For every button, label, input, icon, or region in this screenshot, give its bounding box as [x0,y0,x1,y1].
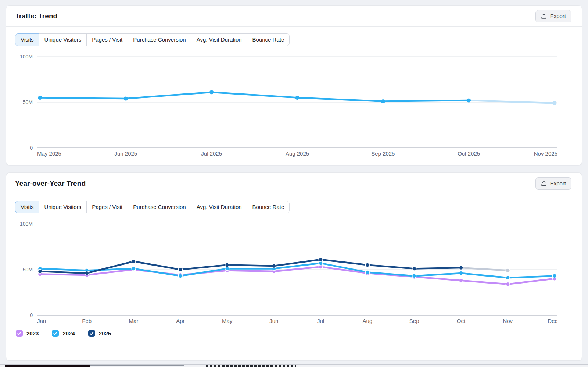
clipped-text [206,365,296,367]
legend-label: 2023 [26,330,39,336]
x-axis-label: Nov 2025 [534,150,557,157]
check-icon [17,331,22,336]
traffic-trend-body: VisitsUnique VisitorsPages / VisitPurcha… [6,27,582,158]
x-axis-label: Jul 2025 [201,150,222,157]
card-title: Traffic Trend [15,12,57,20]
data-point[interactable] [506,268,510,272]
export-button[interactable]: Export [535,10,571,22]
legend-label: 2025 [99,330,111,336]
data-point[interactable] [132,259,136,263]
export-button[interactable]: Export [535,177,571,190]
check-icon [53,331,58,336]
data-point[interactable] [553,274,557,278]
y-axis-tick: 100M [20,221,33,227]
x-axis-label: Feb [82,318,92,324]
tab-unique-visitors[interactable]: Unique Visitors [39,33,87,46]
check-icon [89,331,94,336]
data-point[interactable] [412,267,416,271]
tab-avg-visit-duration[interactable]: Avg. Visit Duration [191,201,247,213]
clipped-next-section [0,364,588,367]
data-point[interactable] [412,274,416,278]
metric-tabs: VisitsUnique VisitorsPages / VisitPurcha… [15,201,290,213]
x-axis-label: Sep 2025 [371,150,395,157]
traffic-trend-card: Traffic Trend Export VisitsUnique Visito… [6,5,582,165]
tab-purchase-conversion[interactable]: Purchase Conversion [128,201,191,213]
year-over-year-header: Year-over-Year Trend Export [6,173,582,194]
data-point[interactable] [506,282,510,286]
x-axis-label: May 2025 [37,150,61,157]
tab-unique-visitors[interactable]: Unique Visitors [39,201,87,213]
y-axis-tick: 50M [23,267,33,272]
checkbox-2025[interactable] [88,330,95,337]
data-point[interactable] [178,274,182,278]
upload-icon [541,13,547,19]
tab-avg-visit-duration[interactable]: Avg. Visit Duration [191,33,247,46]
data-point[interactable] [553,101,557,105]
traffic-trend-header: Traffic Trend Export [6,6,582,27]
data-point[interactable] [178,268,182,272]
x-axis-label: Aug 2025 [286,150,309,157]
checkbox-2023[interactable] [16,330,23,337]
tab-visits[interactable]: Visits [15,33,39,46]
data-point[interactable] [38,96,42,100]
export-button-label: Export [550,180,566,186]
data-point[interactable] [272,264,276,268]
data-point[interactable] [295,96,300,100]
x-axis-label: Oct 2025 [458,150,480,157]
legend-item-2025: 2025 [88,330,111,337]
year-over-year-body: VisitsUnique VisitorsPages / VisitPurcha… [6,194,582,337]
year-legend: 202320242025 [15,330,573,337]
clipped-divider [90,365,184,366]
x-axis-label: Nov [503,318,513,324]
data-point[interactable] [365,270,369,274]
legend-item-2024: 2024 [52,330,75,337]
y-axis-tick: 50M [23,99,33,105]
data-point[interactable] [459,266,463,270]
data-point[interactable] [506,276,510,280]
x-axis-label: Oct [457,318,466,324]
x-axis-label: Jul [317,318,324,324]
y-axis-tick: 100M [20,54,33,60]
tab-bounce-rate[interactable]: Bounce Rate [247,33,290,46]
year-over-year-card: Year-over-Year Trend Export VisitsUnique… [6,172,582,361]
x-axis-label: Dec [548,318,557,324]
line-series-2025-faded [461,268,508,271]
clipped-thumbnail [5,365,90,367]
line-series-visits-2025-faded [469,100,555,103]
data-point[interactable] [85,271,89,275]
traffic-trend-chart[interactable]: 100M50M0May 2025Jun 2025Jul 2025Aug 2025… [15,47,573,158]
line-chart-canvas: 100M50M0May 2025Jun 2025Jul 2025Aug 2025… [15,47,574,158]
tab-purchase-conversion[interactable]: Purchase Conversion [128,33,191,46]
data-point[interactable] [209,90,214,94]
data-point[interactable] [132,267,136,271]
x-axis-label: Jun [269,318,278,324]
x-axis-label: Jun 2025 [114,150,137,157]
data-point[interactable] [124,97,128,101]
tab-pages-visit[interactable]: Pages / Visit [86,33,128,46]
tab-pages-visit[interactable]: Pages / Visit [86,201,128,213]
y-axis-tick: 0 [30,312,33,318]
legend-item-2023: 2023 [16,330,39,337]
tab-visits[interactable]: Visits [15,201,39,213]
export-button-label: Export [550,13,566,19]
year-over-year-chart[interactable]: 100M50M0JanFebMarAprMayJunJulAugSepOctNo… [15,214,573,325]
data-point[interactable] [381,99,385,103]
x-axis-label: Apr [176,318,184,324]
y-axis-tick: 0 [30,145,33,151]
data-point[interactable] [467,99,471,103]
metric-tabs: VisitsUnique VisitorsPages / VisitPurcha… [15,33,290,46]
line-chart-canvas: 100M50M0JanFebMarAprMayJunJulAugSepOctNo… [15,214,574,325]
upload-icon [541,181,547,186]
data-point[interactable] [225,263,229,267]
data-point[interactable] [38,269,42,273]
card-title: Year-over-Year Trend [15,179,86,188]
tab-bounce-rate[interactable]: Bounce Rate [247,201,290,213]
data-point[interactable] [459,271,463,275]
data-point[interactable] [459,278,463,282]
data-point[interactable] [365,263,369,267]
x-axis-label: Jan [37,318,46,324]
line-series-visits-2025 [40,92,469,101]
data-point[interactable] [319,257,323,261]
checkbox-2024[interactable] [52,330,59,337]
x-axis-label: Sep [409,318,419,324]
